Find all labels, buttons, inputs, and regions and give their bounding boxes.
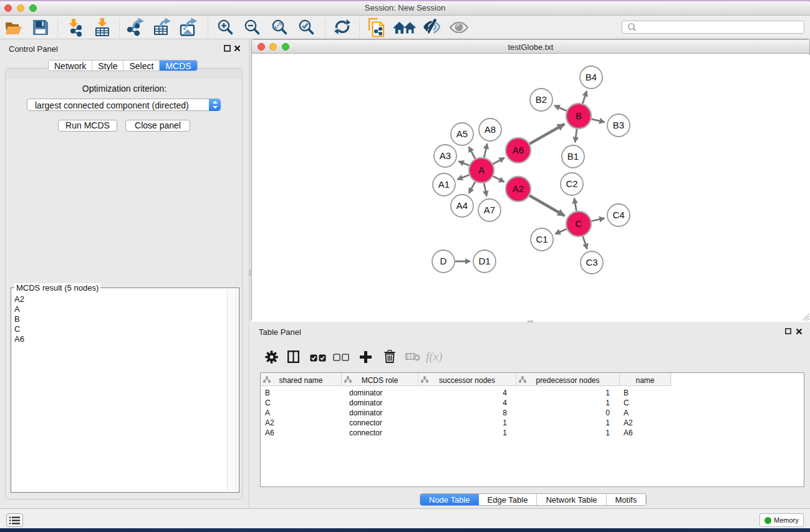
svg-text:A: A: [478, 165, 485, 175]
svg-text:D: D: [440, 256, 447, 266]
svg-text:A7: A7: [484, 205, 495, 215]
svg-text:A3: A3: [440, 150, 451, 161]
svg-text:C4: C4: [612, 210, 624, 220]
svg-text:B2: B2: [536, 94, 547, 105]
svg-text:A2: A2: [513, 183, 524, 194]
svg-text:B3: B3: [613, 120, 624, 130]
svg-text:A4: A4: [456, 200, 468, 211]
svg-text:C1: C1: [536, 234, 547, 244]
svg-text:A5: A5: [456, 128, 468, 139]
svg-text:C2: C2: [566, 178, 577, 189]
svg-text:D1: D1: [478, 256, 490, 266]
svg-text:C3: C3: [586, 257, 597, 268]
svg-text:B: B: [576, 110, 582, 121]
svg-text:A8: A8: [485, 124, 496, 135]
svg-text:B1: B1: [567, 151, 579, 162]
svg-text:C: C: [576, 218, 582, 229]
svg-text:B4: B4: [586, 72, 597, 82]
svg-text:A6: A6: [513, 145, 524, 155]
svg-text:A1: A1: [438, 179, 450, 190]
